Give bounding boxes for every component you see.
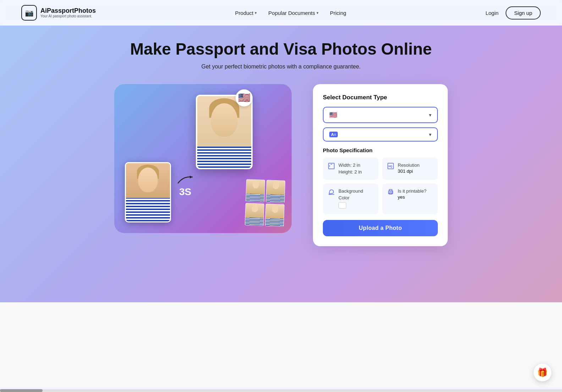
face-shape (138, 167, 158, 192)
main-shirt-area (197, 146, 251, 168)
hero-text: Make Passport and Visa Photos Online Get… (21, 40, 541, 70)
spec-card-bgcolor: Background Color (323, 183, 379, 214)
shirt-area (126, 198, 170, 221)
photo-grid (245, 179, 285, 227)
us-flag-icon: 🇺🇸 (238, 92, 250, 104)
hero-body: 3S 🇺🇸 Sele (21, 84, 541, 246)
gift-button[interactable]: 🎁 (534, 364, 551, 381)
country-flag-badge: 🇺🇸 (236, 89, 253, 106)
size-icon (328, 162, 335, 171)
navbar: 📷 AiPassportPhotos Your AI passport phot… (0, 0, 562, 26)
nav-popular-docs[interactable]: Popular Documents ▾ (268, 10, 319, 16)
spec-card-resolution: HQ Resolution 301 dpi (382, 158, 438, 180)
login-button[interactable]: Login (485, 10, 498, 16)
logo[interactable]: 📷 AiPassportPhotos Your AI passport phot… (21, 5, 96, 21)
doc-type-icon: A≡ (329, 132, 338, 137)
spec-height-label: Height: 2 in (338, 169, 374, 176)
grid-photo-2 (266, 180, 285, 203)
country-select-wrap[interactable]: 🇺🇸 ▾ (323, 107, 438, 123)
photo-face-area (126, 163, 170, 198)
spec-card-printable: Is it printable? yes (382, 183, 438, 214)
spec-printable-value: yes (398, 194, 433, 200)
spec-size-info: Width: 2 in Height: 2 in (338, 162, 374, 176)
gift-icon: 🎁 (537, 368, 548, 377)
grid-photo-1 (246, 179, 265, 202)
select-doc-title: Select Document Type (323, 94, 438, 101)
process-label: 3S (176, 174, 194, 198)
spec-bgcolor-label: Background Color (338, 188, 374, 201)
nav-popular-docs-label: Popular Documents (268, 10, 315, 16)
spec-printable-label: Is it printable? (398, 188, 433, 195)
chevron-down-icon-country: ▾ (429, 112, 431, 118)
grid-photo-3 (245, 203, 264, 226)
passport-photo-before (125, 162, 171, 222)
svg-rect-9 (389, 193, 392, 194)
svg-text:HQ: HQ (389, 165, 392, 168)
signup-button[interactable]: Sign up (506, 6, 541, 20)
hero-section: Make Passport and Visa Photos Online Get… (0, 26, 562, 302)
main-face-oval (211, 103, 238, 137)
color-swatch (338, 202, 346, 209)
spec-resolution-info: Resolution 301 dpi (398, 162, 433, 174)
brand-tagline: Your AI passport photo assistant. (40, 14, 96, 18)
camera-icon: 📷 (25, 9, 34, 17)
spec-printable-info: Is it printable? yes (398, 188, 433, 200)
country-select[interactable]: 🇺🇸 ▾ (323, 107, 438, 123)
nav-pricing-label: Pricing (330, 10, 346, 16)
upload-photo-button[interactable]: Upload a Photo (323, 220, 438, 236)
nav-pricing[interactable]: Pricing (330, 10, 346, 16)
form-panel: Select Document Type 🇺🇸 ▾ A≡ ▾ Photo Spe… (313, 84, 448, 246)
doc-type-select[interactable]: A≡ ▾ (323, 127, 438, 142)
logo-icon: 📷 (21, 5, 37, 21)
grid-photo-4 (265, 204, 285, 227)
logo-text: AiPassportPhotos Your AI passport photo … (40, 7, 96, 18)
spec-resolution-label: Resolution (398, 162, 433, 169)
photo-spec-title: Photo Specification (323, 147, 438, 153)
arrow-icon (176, 174, 194, 185)
time-label: 3S (179, 186, 191, 198)
doc-type-select-wrap[interactable]: A≡ ▾ (323, 127, 438, 142)
spec-resolution-value: 301 dpi (398, 169, 433, 174)
spec-grid: Width: 2 in Height: 2 in HQ Resolution (323, 158, 438, 214)
flag-icon: 🇺🇸 (329, 111, 337, 119)
brand-name: AiPassportPhotos (40, 7, 96, 15)
resolution-icon: HQ (387, 162, 394, 171)
spec-card-size: Width: 2 in Height: 2 in (323, 158, 379, 180)
nav-product-label: Product (235, 10, 254, 16)
bottom-strip (0, 302, 562, 387)
chevron-down-icon: ▾ (255, 11, 257, 15)
spec-width-label: Width: 2 in (338, 162, 374, 169)
printer-icon (387, 188, 394, 197)
hero-subtitle: Get your perfect biometric photos with a… (21, 64, 541, 70)
scrollbar-thumb[interactable] (0, 389, 43, 392)
hero-title: Make Passport and Visa Photos Online (21, 40, 541, 59)
svg-point-10 (392, 192, 393, 192)
background-color-icon (328, 188, 335, 197)
chevron-down-icon-2: ▾ (316, 11, 319, 15)
chevron-down-icon-doc: ▾ (429, 132, 431, 137)
svg-marker-0 (190, 176, 192, 178)
nav-actions: Login Sign up (485, 6, 541, 20)
nav-product[interactable]: Product ▾ (235, 10, 257, 16)
scrollbar[interactable] (0, 389, 562, 392)
svg-rect-8 (389, 189, 392, 191)
photo-demo-card: 3S 🇺🇸 (114, 84, 292, 233)
spec-bgcolor-info: Background Color (338, 188, 374, 210)
nav-links: Product ▾ Popular Documents ▾ Pricing (235, 10, 346, 16)
